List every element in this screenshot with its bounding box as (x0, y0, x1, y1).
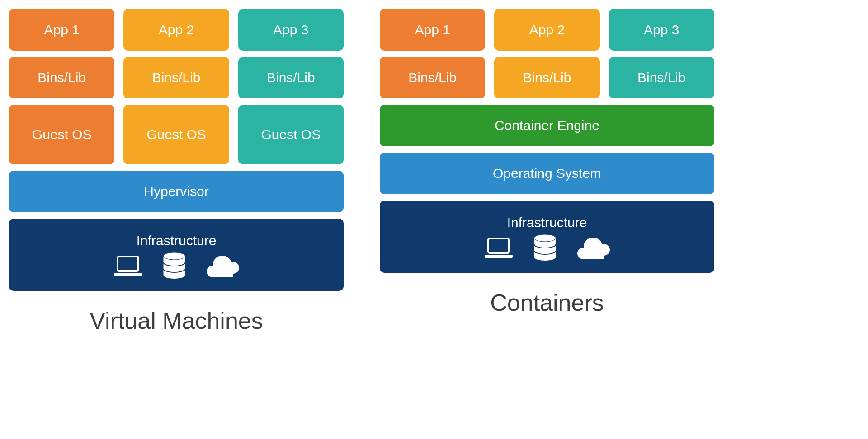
vm-bins-2-label: Bins/Lib (152, 70, 201, 85)
containers-stack: App 1 App 2 App 3 Bins/Lib Bins/Lib Bins… (380, 9, 714, 334)
ct-bins-2: Bins/Lib (494, 57, 599, 98)
vm-title: Virtual Machines (9, 307, 344, 334)
cloud-icon (205, 255, 241, 277)
vm-hypervisor: Hypervisor (9, 171, 344, 212)
vm-bins-3: Bins/Lib (238, 57, 344, 98)
svg-rect-4 (488, 238, 509, 253)
vm-guestos-1-label: Guest OS (32, 127, 92, 142)
vm-app-1-label: App 1 (44, 22, 79, 37)
vm-infra-row: Infrastructure (9, 219, 344, 291)
ct-app-1-label: App 1 (415, 22, 450, 37)
database-icon (162, 252, 187, 280)
vm-app-2: App 2 (123, 9, 229, 51)
vm-bins-2: Bins/Lib (123, 57, 229, 98)
ct-bins-row: Bins/Lib Bins/Lib Bins/Lib (380, 57, 714, 98)
vm-guestos-2-label: Guest OS (146, 127, 206, 142)
vm-infra-label: Infrastructure (137, 233, 217, 248)
ct-infra-label: Infrastructure (507, 215, 587, 230)
ct-bins-1: Bins/Lib (380, 57, 485, 98)
vm-guestos-3: Guest OS (238, 105, 344, 164)
ct-os-row: Operating System (380, 153, 714, 194)
svg-rect-5 (485, 255, 513, 258)
vm-guestos-row: Guest OS Guest OS Guest OS (9, 105, 344, 164)
vm-app-1: App 1 (9, 9, 114, 51)
vm-stack: App 1 App 2 App 3 Bins/Lib Bins/Lib Bins… (9, 9, 344, 334)
ct-infra-icons (483, 234, 612, 262)
vm-apps-row: App 1 App 2 App 3 (9, 9, 344, 51)
vm-bins-1: Bins/Lib (9, 57, 114, 98)
ct-bins-3: Bins/Lib (609, 57, 714, 98)
vm-app-3: App 3 (238, 9, 344, 51)
laptop-icon (483, 236, 514, 261)
vm-infrastructure: Infrastructure (9, 219, 344, 291)
vm-guestos-3-label: Guest OS (261, 127, 321, 142)
database-icon (533, 234, 557, 262)
ct-bins-2-label: Bins/Lib (523, 70, 571, 85)
diagram-wrapper: App 1 App 2 App 3 Bins/Lib Bins/Lib Bins… (9, 9, 859, 334)
vm-guestos-1: Guest OS (9, 105, 114, 164)
ct-infra-row: Infrastructure (380, 201, 714, 273)
vm-app-2-label: App 2 (159, 22, 194, 37)
ct-os-label: Operating System (493, 166, 601, 181)
ct-app-3-label: App 3 (644, 22, 679, 37)
ct-os: Operating System (380, 153, 714, 194)
vm-bins-1-label: Bins/Lib (38, 70, 86, 85)
vm-app-3-label: App 3 (273, 22, 308, 37)
ct-infrastructure: Infrastructure (380, 201, 714, 273)
vm-bins-row: Bins/Lib Bins/Lib Bins/Lib (9, 57, 344, 98)
ct-bins-3-label: Bins/Lib (637, 70, 686, 85)
vm-hypervisor-row: Hypervisor (9, 171, 344, 212)
ct-bins-1-label: Bins/Lib (408, 70, 457, 85)
ct-app-1: App 1 (380, 9, 485, 51)
vm-bins-3-label: Bins/Lib (267, 70, 315, 85)
vm-hypervisor-label: Hypervisor (144, 184, 208, 199)
ct-engine-row: Container Engine (380, 105, 714, 146)
ct-engine: Container Engine (380, 105, 714, 146)
cloud-icon (576, 237, 612, 259)
ct-app-3: App 3 (609, 9, 714, 51)
laptop-icon (112, 254, 144, 279)
ct-apps-row: App 1 App 2 App 3 (380, 9, 714, 51)
ct-engine-label: Container Engine (495, 118, 599, 133)
svg-rect-0 (118, 257, 138, 271)
vm-guestos-2: Guest OS (123, 105, 229, 164)
containers-title: Containers (380, 289, 714, 316)
ct-app-2: App 2 (494, 9, 599, 51)
ct-app-2-label: App 2 (529, 22, 565, 37)
svg-rect-1 (114, 273, 142, 276)
vm-infra-icons (112, 252, 241, 280)
